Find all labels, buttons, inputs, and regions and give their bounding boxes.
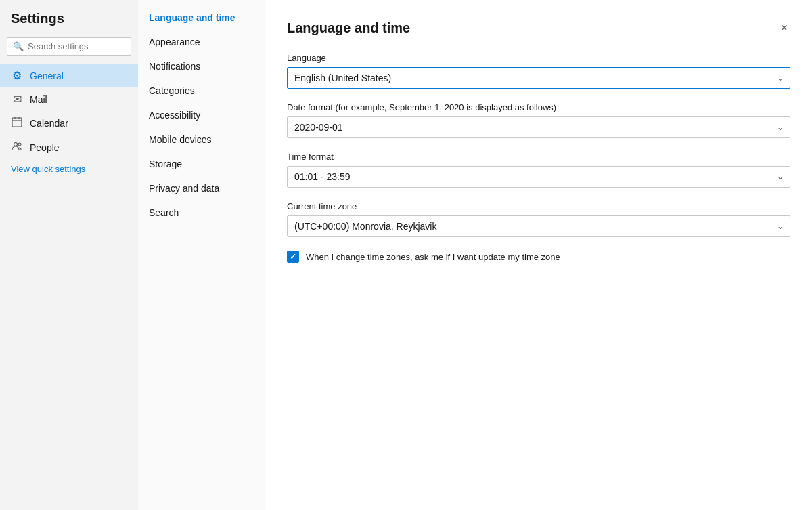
sidebar-item-general[interactable]: ⚙ General — [0, 64, 138, 87]
date-format-select-wrapper: 2020-09-01 ⌄ — [287, 116, 790, 138]
page-title: Language and time — [287, 20, 410, 36]
language-select[interactable]: English (United States) — [287, 67, 790, 89]
sub-item-accessibility[interactable]: Accessibility — [138, 103, 265, 127]
timezone-select[interactable]: (UTC+00:00) Monrovia, Reykjavik — [287, 215, 790, 237]
time-format-label: Time format — [287, 152, 790, 162]
main-header: Language and time × — [287, 19, 790, 37]
timezone-update-checkbox[interactable]: ✓ — [287, 251, 299, 263]
svg-point-5 — [18, 143, 21, 146]
timezone-section: Current time zone (UTC+00:00) Monrovia, … — [287, 201, 790, 237]
sub-item-storage[interactable]: Storage — [138, 152, 265, 176]
date-format-label: Date format (for example, September 1, 2… — [287, 102, 790, 112]
date-format-section: Date format (for example, September 1, 2… — [287, 102, 790, 138]
language-select-wrapper: English (United States) ⌄ — [287, 67, 790, 89]
date-format-select[interactable]: 2020-09-01 — [287, 116, 790, 138]
close-button[interactable]: × — [777, 19, 790, 37]
timezone-select-wrapper: (UTC+00:00) Monrovia, Reykjavik ⌄ — [287, 215, 790, 237]
sidebar-item-calendar[interactable]: Calendar — [0, 111, 138, 135]
search-icon: 🔍 — [13, 41, 24, 51]
svg-rect-0 — [12, 118, 22, 127]
sub-item-privacy-and-data[interactable]: Privacy and data — [138, 176, 265, 200]
sub-item-search[interactable]: Search — [138, 200, 265, 225]
sub-item-appearance[interactable]: Appearance — [138, 30, 265, 54]
sidebar-item-label-mail: Mail — [30, 94, 47, 105]
sidebar-item-label-general: General — [30, 70, 64, 81]
sub-item-language-and-time[interactable]: Language and time — [138, 5, 265, 30]
sub-item-mobile-devices[interactable]: Mobile devices — [138, 127, 265, 152]
app-title: Settings — [0, 11, 138, 37]
sidebar-item-label-people: People — [30, 142, 60, 153]
svg-point-4 — [14, 143, 18, 146]
mail-icon: ✉ — [11, 93, 23, 106]
search-input[interactable] — [28, 41, 125, 51]
sub-item-notifications[interactable]: Notifications — [138, 54, 265, 79]
time-format-select-wrapper: 01:01 - 23:59 ⌄ — [287, 166, 790, 188]
sidebar-item-people[interactable]: People — [0, 135, 138, 160]
sub-item-categories[interactable]: Categories — [138, 79, 265, 103]
time-format-select[interactable]: 01:01 - 23:59 — [287, 166, 790, 188]
people-icon — [11, 141, 23, 154]
main-content: Language and time × Language English (Un… — [265, 0, 812, 510]
calendar-icon — [11, 116, 23, 130]
checkmark-icon: ✓ — [290, 253, 296, 261]
language-section: Language English (United States) ⌄ — [287, 53, 790, 89]
timezone-update-label: When I change time zones, ask me if I wa… — [306, 252, 560, 262]
sidebar-sub: Language and time Appearance Notificatio… — [138, 0, 265, 510]
search-box[interactable]: 🔍 — [7, 37, 131, 56]
language-label: Language — [287, 53, 790, 63]
general-icon: ⚙ — [11, 69, 23, 82]
view-quick-settings-link[interactable]: View quick settings — [0, 160, 138, 178]
time-format-section: Time format 01:01 - 23:59 ⌄ — [287, 152, 790, 188]
timezone-update-row: ✓ When I change time zones, ask me if I … — [287, 251, 790, 263]
timezone-label: Current time zone — [287, 201, 790, 211]
sidebar-item-mail[interactable]: ✉ Mail — [0, 87, 138, 111]
sidebar-left: Settings 🔍 ⚙ General ✉ Mail Calendar — [0, 0, 138, 510]
sidebar-item-label-calendar: Calendar — [30, 118, 68, 129]
